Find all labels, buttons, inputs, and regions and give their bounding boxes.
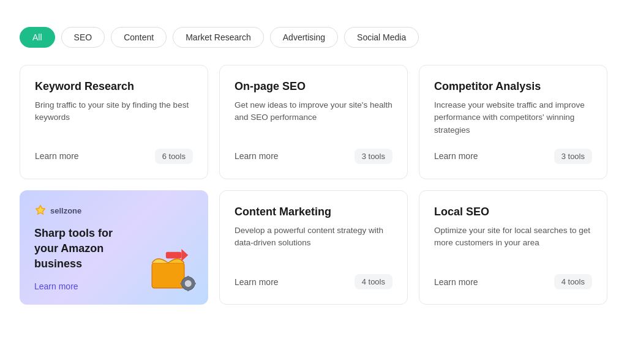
card-footer: Learn more 4 tools <box>434 274 592 289</box>
svg-point-6 <box>185 280 192 287</box>
promo-card: sellzone Sharp tools for your Amazon bus… <box>20 190 208 305</box>
sellzone-logo-icon <box>34 204 47 218</box>
card-footer: Learn more 6 tools <box>35 149 193 164</box>
filter-btn-all[interactable]: All <box>20 27 55 48</box>
card-title: On-page SEO <box>235 80 392 93</box>
card-title: Content Marketing <box>235 206 392 218</box>
filter-btn-market-research[interactable]: Market Research <box>173 27 264 48</box>
svg-rect-2 <box>152 263 184 288</box>
tool-card-5: Local SEO Optimize your site for local s… <box>419 190 607 305</box>
svg-rect-10 <box>193 283 196 285</box>
learn-more-link[interactable]: Learn more <box>235 277 279 287</box>
tools-badge: 4 tools <box>554 274 592 289</box>
tool-card-4: Content Marketing Develop a powerful con… <box>219 190 408 305</box>
svg-rect-9 <box>181 283 184 285</box>
card-title: Competitor Analysis <box>434 80 592 93</box>
cards-grid: Keyword Research Bring traffic to your s… <box>20 65 607 305</box>
filter-btn-social-media[interactable]: Social Media <box>344 27 419 48</box>
tool-card-0: Keyword Research Bring traffic to your s… <box>20 65 208 179</box>
card-footer: Learn more 3 tools <box>235 149 392 164</box>
promo-illustration <box>141 243 202 299</box>
svg-rect-7 <box>187 276 189 279</box>
tool-card-2: Competitor Analysis Increase your websit… <box>419 65 607 179</box>
card-desc: Develop a powerful content strategy with… <box>235 225 392 250</box>
promo-title: Sharp tools for your Amazon business <box>34 226 138 272</box>
card-desc: Bring traffic to your site by finding th… <box>35 99 193 124</box>
learn-more-link[interactable]: Learn more <box>35 151 79 161</box>
promo-logo: sellzone <box>34 204 193 218</box>
learn-more-link[interactable]: Learn more <box>434 151 478 161</box>
card-desc: Get new ideas to improve your site's hea… <box>235 99 392 124</box>
learn-more-link[interactable]: Learn more <box>434 277 478 287</box>
tool-card-1: On-page SEO Get new ideas to improve you… <box>219 65 408 179</box>
card-desc: Optimize your site for local searches to… <box>434 225 592 250</box>
card-title: Local SEO <box>434 206 592 218</box>
tools-badge: 4 tools <box>355 274 392 289</box>
svg-marker-4 <box>181 249 188 261</box>
filter-btn-seo[interactable]: SEO <box>61 27 105 48</box>
card-desc: Increase your website traffic and improv… <box>434 99 592 136</box>
svg-rect-8 <box>187 288 189 291</box>
svg-rect-3 <box>166 252 181 259</box>
filter-btn-advertising[interactable]: Advertising <box>270 27 338 48</box>
tools-badge: 3 tools <box>355 149 392 164</box>
card-footer: Learn more 3 tools <box>434 149 592 164</box>
tools-badge: 6 tools <box>155 149 193 164</box>
learn-more-link[interactable]: Learn more <box>235 151 279 161</box>
filter-btn-content[interactable]: Content <box>111 27 167 48</box>
tools-badge: 3 tools <box>554 149 592 164</box>
filter-bar: AllSEOContentMarket ResearchAdvertisingS… <box>20 27 607 48</box>
card-footer: Learn more 4 tools <box>235 274 392 289</box>
promo-logo-text: sellzone <box>50 206 81 215</box>
card-title: Keyword Research <box>35 80 193 93</box>
